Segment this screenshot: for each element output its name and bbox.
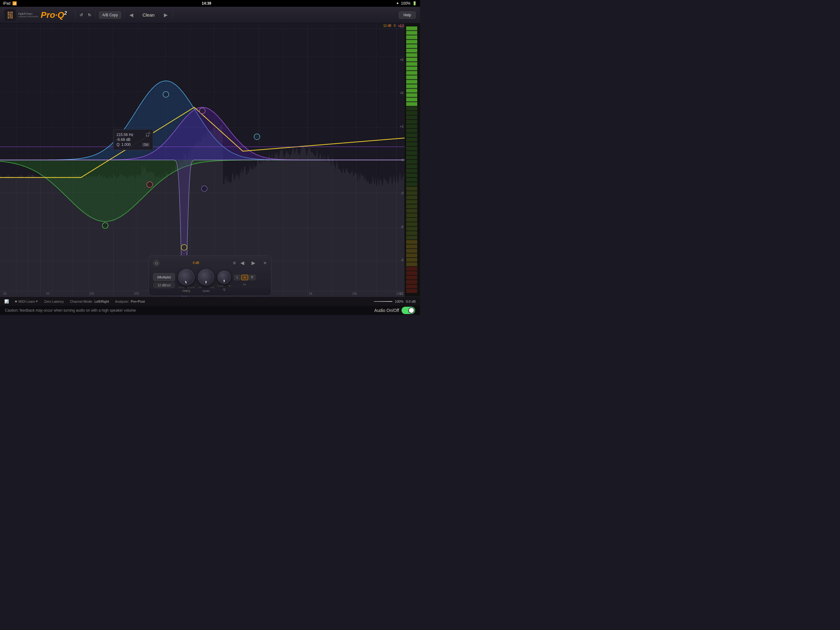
help-button[interactable]: Help <box>399 11 416 19</box>
panel-close-button[interactable]: ✕ <box>263 261 267 266</box>
battery-icon: 🔋 <box>412 1 417 6</box>
eq-popup: ✕ 215.56 Hz 🎧 -6.68 dB Q: 1.000 Dbl <box>113 129 153 150</box>
freq-label: FREQ <box>183 290 190 293</box>
logo-text: fabfilter software instruments <box>19 12 38 17</box>
popup-gain: -6.68 dB <box>117 138 130 142</box>
vu-meter <box>405 24 420 296</box>
caution-bar: Caution: feedback may occur when turning… <box>0 306 420 315</box>
q-label: Q <box>223 288 225 291</box>
gain-knob-group: -30 +30 GAIN <box>198 269 214 293</box>
preset-next-button[interactable]: ▶ <box>161 11 171 19</box>
zoom-value: 100% <box>395 300 403 303</box>
freq-label-20: 20 <box>3 292 6 295</box>
freq-max-label: 30 kHz <box>187 286 195 289</box>
db-scale-label: +3 <box>392 125 405 128</box>
right-channel-button[interactable]: R <box>249 275 256 280</box>
wifi-icon: 📶 <box>12 1 17 6</box>
panel-next-button[interactable]: ▶ <box>248 259 258 267</box>
freq-label-5k: 5k <box>309 292 313 295</box>
vu-meter-canvas <box>405 24 420 296</box>
logo-area: fabfilter software instruments Pro·Q2 <box>4 9 67 21</box>
bottom-bar: 📊 MIDI Learn ▾ Zero Latency Channel Mode… <box>0 296 420 306</box>
db-scale-label: 0 <box>392 158 405 162</box>
toggle-knob <box>408 307 414 313</box>
freq-min-label: 10 Hz <box>178 286 185 289</box>
popup-close-button[interactable]: ✕ <box>148 131 151 135</box>
analyzer-value[interactable]: Pre+Post <box>131 300 145 303</box>
audio-onoff-control: Audio On/Off <box>374 307 415 314</box>
gain-label: GAIN <box>203 290 209 293</box>
gain-max-label: +30 <box>210 286 215 289</box>
latency-button[interactable]: Zero Latency <box>44 300 64 303</box>
audio-toggle[interactable] <box>401 307 415 314</box>
q-max-label: 40 <box>228 285 231 287</box>
redo-button[interactable]: ↻ <box>85 11 94 19</box>
gain-min-label: -30 <box>198 286 201 289</box>
popup-freq: 215.56 Hz <box>117 133 133 137</box>
left-channel-button[interactable]: L <box>234 275 241 280</box>
freq-label-100: 100 <box>89 292 95 295</box>
db-scale-label: +9 <box>392 58 405 62</box>
audio-onoff-label: Audio On/Off <box>374 308 399 313</box>
zoom-slider[interactable] <box>374 301 392 302</box>
scissors-icon[interactable]: ✂ <box>243 282 246 287</box>
preset-name-label: Clean <box>136 12 161 17</box>
q-knob-group: 0.025 40 Q <box>217 271 231 291</box>
panel-center-db-label: 0 dB <box>159 261 233 264</box>
lr-panel: L ∞ R ✂ <box>234 275 256 287</box>
q-knob[interactable] <box>217 271 231 284</box>
toolbar: fabfilter software instruments Pro·Q2 ↺ … <box>0 7 420 24</box>
gain-knob[interactable] <box>198 269 214 285</box>
channel-mode-value[interactable]: Left/Right <box>95 300 109 303</box>
ab-copy-button[interactable]: A/B Copy <box>99 11 122 19</box>
caution-text: Caution: feedback may occur when turning… <box>5 308 136 313</box>
freq-knob[interactable] <box>178 269 195 285</box>
preset-prev-button[interactable]: ◀ <box>126 11 136 19</box>
band-power-button[interactable]: ⏻ <box>153 260 159 266</box>
freq-label-10k: 10k <box>352 292 357 295</box>
waveform-icon: 📊 <box>4 299 9 304</box>
status-bar: iPad 📶 14:39 ✦ 100% 🔋 <box>0 0 420 7</box>
ipad-label: iPad <box>3 1 11 6</box>
db-scale-label: +6 <box>392 91 405 95</box>
panel-prev-button[interactable]: ◀ <box>237 259 247 267</box>
gain-offset-value: 0.0 dB <box>406 300 416 303</box>
control-panel: ⏻ 0 dB ⚙ ◀ ▶ ✕ (Multiple) 12 dB/oct 10 H… <box>148 255 272 296</box>
analyzer-item: Analyzer: Pre+Post <box>115 300 145 303</box>
freq-label-50: 50 <box>46 292 49 295</box>
db-scale-label: -6 <box>392 225 405 229</box>
slope-button[interactable]: 12 dB/oct <box>153 282 175 288</box>
filter-type-button[interactable]: (Multiple) <box>153 273 175 281</box>
db-scale-label: -9 <box>392 258 405 262</box>
proq-logo: Pro·Q2 <box>41 10 67 20</box>
link-channel-button[interactable]: ∞ <box>242 275 248 280</box>
fabfilter-logo-icon <box>4 9 16 21</box>
freq-knob-group: 10 Hz 30 kHz FREQ <box>178 269 195 293</box>
time-display: 14:39 <box>202 1 211 6</box>
midi-learn-item: MIDI Learn ▾ <box>15 299 38 303</box>
channel-mode-item: Channel Mode: Left/Right <box>70 300 109 303</box>
freq-label-20k: 20k <box>396 292 401 295</box>
db-top-indicator: 12 dB 0 +2.3 <box>384 24 404 27</box>
db-scale-label: -3 <box>392 192 405 195</box>
bluetooth-icon: ✦ <box>396 1 399 6</box>
popup-q-type[interactable]: Dbl <box>142 143 150 147</box>
undo-button[interactable]: ↺ <box>77 11 85 19</box>
db-scale: +12 +9 +6 +3 0 -3 -6 -9 -12 <box>392 24 405 296</box>
gear-icon[interactable]: ⚙ <box>233 261 236 265</box>
battery-label: 100% <box>401 1 411 6</box>
q-min-label: 0.025 <box>217 285 224 287</box>
freq-label-200: 200 <box>134 292 139 295</box>
popup-q: Q: 1.000 <box>117 142 131 147</box>
midi-learn-button[interactable]: MIDI Learn ▾ <box>19 299 38 303</box>
